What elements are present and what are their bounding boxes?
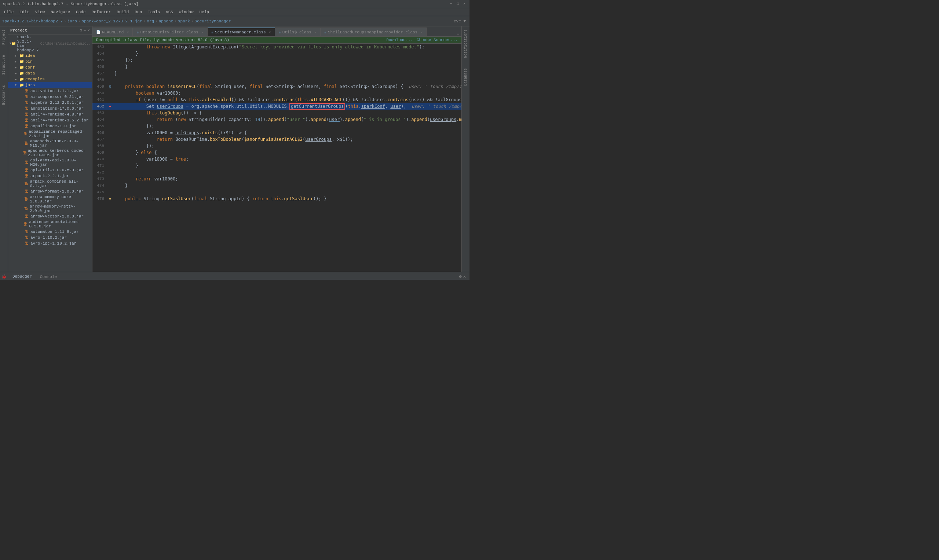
tab-utils[interactable]: ☕ Utils$.class ✕ <box>275 28 320 36</box>
menu-file[interactable]: File <box>2 9 16 15</box>
tree-jar-algebra[interactable]: ▶ 🗜 algebra_2.12-2.0.1.jar <box>8 100 92 106</box>
tab-securitymanager[interactable]: ☕ SecurityManager.class ✕ <box>208 28 275 36</box>
bc-org[interactable]: org <box>147 19 154 23</box>
database-tab[interactable]: Database <box>463 67 468 87</box>
tab-readme[interactable]: 📄 README.md ✕ <box>92 28 133 36</box>
tree-jar-api-util[interactable]: ▶ 🗜 api-util-1.0.0-M20.jar <box>8 167 92 173</box>
editor-area: 📄 README.md ✕ ☕ HttpSecurityFilter.class… <box>92 26 462 272</box>
choose-sources-link[interactable]: Choose Sources... <box>417 38 458 42</box>
minimize-button[interactable]: ─ <box>449 2 453 6</box>
code-line-460: 460 boolean var10000; <box>92 90 462 97</box>
menu-code[interactable]: Code <box>73 9 88 15</box>
tree-jar-apacheds-kerberos[interactable]: ▶ 🗜 apacheds-kerberos-codec-2.0.0-M15.ja… <box>8 148 92 158</box>
menu-run[interactable]: Run <box>132 9 145 15</box>
tab-shellbased-close[interactable]: ✕ <box>420 30 423 34</box>
tab-securitymanager-close[interactable]: ✕ <box>269 30 271 34</box>
tree-jars[interactable]: ▼ 📁 jars <box>8 82 92 88</box>
tab-console[interactable]: Console <box>36 274 60 280</box>
bc-project[interactable]: spark-3.2.1-bin-hadoop2.7 <box>2 19 63 23</box>
bc-jars[interactable]: jars <box>68 19 77 23</box>
menu-view[interactable]: View <box>32 9 47 15</box>
tree-jar-aircompressor[interactable]: ▶ 🗜 aircompressor-0.21.jar <box>8 94 92 100</box>
menu-window[interactable]: Window <box>176 9 196 15</box>
tree-jar-arpack[interactable]: ▶ 🗜 arpack-2.2.1.jar <box>8 173 92 179</box>
tab-utils-close[interactable]: ✕ <box>314 30 317 34</box>
tab-shellbased[interactable]: ☕ ShellBasedGroupsMappingProvider.class … <box>320 28 426 36</box>
tab-debugger[interactable]: Debugger <box>9 273 35 280</box>
tree-jar-apacheds-i18n[interactable]: ▶ 🗜 apacheds-i18n-2.0.0-M15.jar <box>8 138 92 148</box>
tree-jar-annotations[interactable]: ▶ 🗜 annotations-17.0.0.jar <box>8 106 92 111</box>
tree-jar-avro-ipc[interactable]: ▶ 🗜 avro-ipc-1.10.2.jar <box>8 241 92 246</box>
settings-icon[interactable]: ⚙ <box>459 274 462 280</box>
menu-help[interactable]: Help <box>197 9 212 15</box>
window-controls[interactable]: ─ □ ✕ <box>449 2 466 6</box>
tree-examples[interactable]: ▶ 📁 examples <box>8 76 92 82</box>
tree-jar-avro[interactable]: ▶ 🗜 avro-1.10.2.jar <box>8 235 92 241</box>
tree-jar-arrow-format[interactable]: ▶ 🗜 arrow-format-2.0.0.jar <box>8 189 92 194</box>
bc-apache[interactable]: apache <box>159 19 174 23</box>
tree-conf[interactable]: ▶ 📁 conf <box>8 65 92 71</box>
tree-jar-arpack-combined[interactable]: ▶ 🗜 arpack_combined_all-0.1.jar <box>8 179 92 189</box>
close-button[interactable]: ✕ <box>462 2 466 6</box>
code-line-469: 469 } else { <box>92 149 462 156</box>
bookmarks-tab-label[interactable]: Bookmarks <box>1 84 6 106</box>
tree-jar-antlr4[interactable]: ▶ 🗜 antlr4-runtime-4.8.jar <box>8 111 92 117</box>
code-line-470: 470 var10000 = true; <box>92 156 462 163</box>
sidebar-header: Project ⚙ ≡ ✕ <box>8 26 92 34</box>
tree-data[interactable]: ▶ 📁 data <box>8 71 92 76</box>
tree-jar-arrow-memory-core[interactable]: ▶ 🗜 arrow-memory-core-2.0.0.jar <box>8 194 92 204</box>
bc-jar[interactable]: spark-core_2.12-3.2.1.jar <box>82 19 142 23</box>
tab-shellbased-label: ShellBasedGroupsMappingProvider.class <box>328 30 417 34</box>
sidebar-collapse[interactable]: ≡ <box>84 28 86 32</box>
code-line-461: 461 if (user != null && this.aclsEnabled… <box>92 97 462 103</box>
menu-navigate[interactable]: Navigate <box>48 9 72 15</box>
tree-jar-arrow-memory-netty[interactable]: ▶ 🗜 arrow-memory-netty-2.0.0.jar <box>8 204 92 214</box>
bottom-tabs: 🐞 Debugger Console ⚙ ✕ <box>0 272 469 280</box>
tree-jar-activation[interactable]: ▶ 🗜 activation-1.1.1.jar <box>8 88 92 94</box>
menu-vcs[interactable]: VCS <box>163 9 176 15</box>
tab-more-button[interactable]: ≡ <box>457 32 459 36</box>
code-line-458: 458 <box>92 77 462 83</box>
tree-jar-audience[interactable]: ▶ 🗜 audience-annotations-0.5.0.jar <box>8 219 92 229</box>
tree-jar-api-asn1[interactable]: ▶ 🗜 api-asn1-api-1.0.0-M20.jar <box>8 158 92 167</box>
code-line-472: 472 <box>92 169 462 176</box>
sidebar-settings[interactable]: ⚙ <box>80 28 82 32</box>
right-panel-tabs: Notifications Database <box>462 26 469 272</box>
tab-readme-close[interactable]: ✕ <box>126 30 129 34</box>
window-title: spark-3.2.1-bin-hadoop2.7 - SecurityMana… <box>3 2 139 6</box>
tree-jar-aopalliancerp[interactable]: ▶ 🗜 aopalliance-repackaged-2.6.1.jar <box>8 129 92 138</box>
menu-build[interactable]: Build <box>114 9 131 15</box>
decompile-text: Decompiled .class file, bytecode version… <box>96 38 229 42</box>
bc-spark[interactable]: spark <box>178 19 190 23</box>
tab-httpsecurity[interactable]: ☕ HttpSecurityFilter.class ✕ <box>133 28 208 36</box>
tree-root[interactable]: ▼ 📁 spark-3.2.1-bin-hadoop2.7 C:\Users\q… <box>8 34 92 53</box>
code-line-453: 453 throw new IllegalArgumentException("… <box>92 44 462 50</box>
code-line-464: 464 return (new StringBuilder( capacity:… <box>92 116 462 123</box>
tab-httpsecurity-close[interactable]: ✕ <box>202 30 203 34</box>
sidebar-close[interactable]: ✕ <box>87 28 90 32</box>
tab-readme-label: README.md <box>102 30 124 34</box>
menu-edit[interactable]: Edit <box>17 9 32 15</box>
notifications-tab[interactable]: Notifications <box>463 28 468 59</box>
structure-tab-label[interactable]: Structure <box>1 54 6 76</box>
close-panel-button[interactable]: ✕ <box>463 274 466 280</box>
tree-jar-aopalliance[interactable]: ▶ 🗜 aopalliance-1.0.jar <box>8 123 92 129</box>
cve-dropdown[interactable]: cve ▼ <box>452 18 467 24</box>
menu-bar: File Edit View Navigate Code Refactor Bu… <box>0 8 469 16</box>
menu-tools[interactable]: Tools <box>145 9 163 15</box>
bc-class[interactable]: SecurityManager <box>195 19 231 23</box>
download-link[interactable]: Download... <box>386 38 413 42</box>
maximize-button[interactable]: □ <box>456 2 460 6</box>
project-tab-label[interactable]: Project <box>1 28 6 46</box>
sidebar-actions: ⚙ ≡ ✕ <box>80 28 90 32</box>
tree-jar-antlr4-352[interactable]: ▶ 🗜 antlr4-runtime-3.5.2.jar <box>8 117 92 123</box>
tree-jar-automaton[interactable]: ▶ 🗜 automaton-1.11-8.jar <box>8 229 92 235</box>
code-editor[interactable]: 453 throw new IllegalArgumentException("… <box>92 44 462 272</box>
tree-bin[interactable]: ▶ 📁 bin <box>8 58 92 65</box>
tab-httpsecurity-label: HttpSecurityFilter.class <box>140 30 198 34</box>
decompile-notice: Decompiled .class file, bytecode version… <box>92 37 462 44</box>
menu-refactor[interactable]: Refactor <box>89 9 113 15</box>
tree-jar-arrow-vector[interactable]: ▶ 🗜 arrow-vector-2.0.0.jar <box>8 214 92 219</box>
tree-idea[interactable]: ▶ 📁 idea <box>8 53 92 58</box>
nav-bar: spark-3.2.1-bin-hadoop2.7 › jars › spark… <box>0 16 469 26</box>
